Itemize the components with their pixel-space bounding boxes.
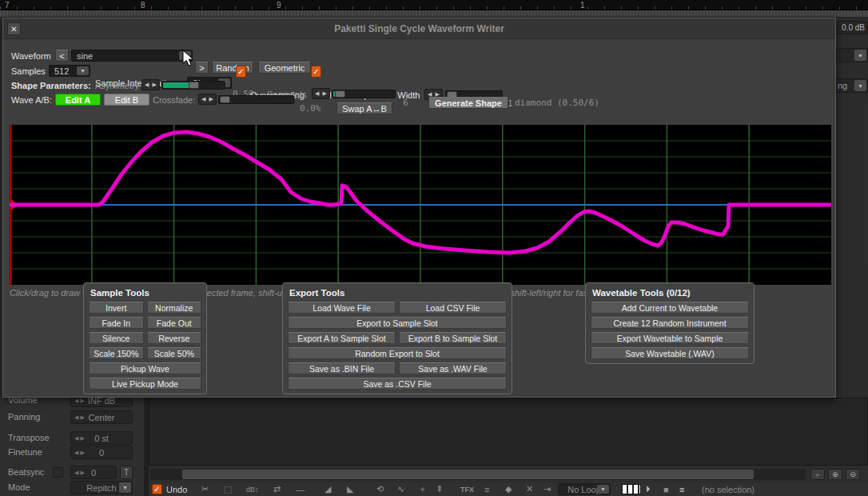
draw-line-icon[interactable]: — [296, 482, 305, 496]
export-b-to-sample-slot-button[interactable]: Export B to Sample Slot [399, 332, 507, 344]
edit-a-button[interactable]: Edit A [55, 94, 101, 106]
sample-toolbar: ✓ Undo ✂ ⬚ dB↕ ⇄ — ◢ ◣ ⟲ ∿ ＋ ⇞ TFX ≡ ◆ ✕… [149, 482, 868, 496]
crop-icon[interactable]: ⬚ [224, 482, 232, 496]
finetune-field[interactable]: ◀▶ 0 [70, 446, 133, 459]
background-dropdown-clipped[interactable]: ng ▼ [834, 78, 868, 93]
scale-50-button[interactable]: Scale 50% [147, 347, 202, 359]
panning-field[interactable]: ◀▶ Center [70, 410, 133, 424]
dialog-titlebar[interactable]: ✕ Paketti Single Cycle Waveform Writer [3, 18, 835, 39]
swap-channels-icon[interactable]: ⇄ [273, 482, 281, 496]
reverse-button[interactable]: Reverse [147, 332, 202, 344]
fade-out-button[interactable]: Fade Out [147, 317, 202, 329]
cut-icon[interactable]: ✂ [201, 482, 209, 496]
load-wave-file-button[interactable]: Load Wave File [288, 302, 396, 314]
undo-label[interactable]: Undo [166, 482, 187, 496]
resize-icon[interactable]: ⇞ [436, 482, 443, 496]
asymmetry-slider[interactable] [161, 81, 225, 90]
beatsync-field[interactable]: ◀▶ 0 [70, 466, 117, 479]
edit-b-button[interactable]: Edit B [104, 94, 149, 106]
add-current-to-wavetable-button[interactable]: Add Current to Wavetable [591, 302, 749, 314]
waveform-prev-button[interactable]: < [55, 50, 69, 62]
save-csv-file-button[interactable]: Save as .CSV File [288, 378, 507, 390]
stop-icon[interactable]: ■ [663, 482, 669, 496]
stepper-right-icon[interactable]: ▶ [209, 96, 213, 102]
save-bin-file-button[interactable]: Save as .BIN File [288, 362, 396, 374]
transpose-field[interactable]: ◀▶ 0 st [70, 431, 133, 445]
fade-in-icon[interactable]: ◢ [325, 482, 331, 496]
volume-db-field[interactable]: 0.0 dB [836, 21, 868, 34]
chevron-down-icon[interactable]: ▼ [597, 485, 609, 494]
oversampling-checkbox[interactable]: ✓ [236, 66, 246, 78]
export-loop-icon[interactable]: ⇥ [543, 482, 551, 496]
selection-status: (no selection) [702, 482, 755, 496]
stepper-left-icon[interactable]: ◀ [201, 96, 205, 102]
stepper-right-icon[interactable]: ▶ [152, 82, 156, 88]
zoom-in-icon[interactable]: ⊕ [828, 469, 842, 480]
samples-select[interactable]: 512 ▼ [49, 65, 90, 77]
pattern-ruler[interactable]: 7 8 9 1 [0, 0, 868, 10]
loop-mode-dropdown[interactable]: No Loop ▼ [558, 483, 611, 495]
shape-parameters-row: Shape Parameters: Asymmetry ◀ ▶ 0.50 Seg… [3, 79, 835, 92]
play-icon[interactable]: ⏵ [646, 482, 651, 496]
waveform-display[interactable] [10, 125, 831, 285]
horizontal-scrollbar[interactable] [150, 469, 806, 480]
random-export-to-slot-button[interactable]: Random Export to Slot [288, 347, 507, 359]
right-edge-strip [863, 104, 868, 264]
finetune-label: Finetune [8, 447, 42, 457]
slider-handle[interactable] [189, 82, 199, 89]
invert-button[interactable]: Invert [89, 302, 144, 314]
silence-button[interactable]: Silence [89, 332, 144, 344]
live-pickup-mode-button[interactable]: Live Pickup Mode [89, 378, 201, 390]
insert-icon[interactable]: ＋ [418, 482, 427, 496]
mode-dropdown[interactable]: Repitch ▼ [70, 481, 133, 494]
create-12-random-instrument-button[interactable]: Create 12 Random Instrument [591, 317, 749, 329]
fade-in-button[interactable]: Fade In [89, 317, 144, 329]
pickup-wave-button[interactable]: Pickup Wave [89, 362, 201, 374]
stepper-arrows-icon[interactable]: ◀▶ [74, 470, 86, 476]
scrollbar-thumb[interactable] [182, 470, 754, 479]
beatsync-checkbox[interactable] [53, 467, 63, 478]
chevron-down-icon[interactable]: ▼ [179, 51, 191, 60]
beatsync-t-button[interactable]: T [120, 466, 133, 479]
slider-handle[interactable] [220, 96, 230, 103]
crossfade-stepper[interactable]: ◀ ▶ [198, 94, 217, 105]
list-icon[interactable]: ≡ [484, 482, 489, 496]
waveform-select[interactable]: sine ▼ [71, 50, 193, 62]
fade-out-icon[interactable]: ◣ [347, 482, 353, 496]
asymmetry-stepper[interactable]: ◀ ▶ [141, 79, 160, 90]
stepper-arrows-icon[interactable]: ◀▶ [74, 450, 86, 456]
speaker-icon[interactable]: ◆ [505, 482, 512, 496]
adjust-db-icon[interactable]: dB↕ [246, 482, 259, 496]
chevron-down-icon[interactable]: ▼ [854, 80, 866, 91]
waveform-canvas[interactable] [10, 125, 831, 285]
undo-checkbox[interactable]: ✓ [152, 484, 162, 494]
export-wavetable-to-sample-button[interactable]: Export Wavetable to Sample [591, 332, 749, 344]
chevron-down-icon[interactable]: ▼ [119, 482, 131, 493]
clear-icon[interactable]: ✕ [526, 482, 533, 496]
tfx-button[interactable]: TFX [460, 482, 474, 496]
magnify-icon[interactable]: ⌕ [810, 469, 825, 480]
scale-150-button[interactable]: Scale 150% [89, 347, 144, 359]
crossfade-slider[interactable] [218, 95, 294, 104]
save-wav-file-button[interactable]: Save as .WAV File [399, 362, 507, 374]
stepper-arrows-icon[interactable]: ◀▶ [74, 435, 86, 442]
piano-keys-icon[interactable] [622, 484, 641, 494]
swap-ab-button[interactable]: Swap A↔B [336, 102, 392, 114]
export-a-to-sample-slot-button[interactable]: Export A to Sample Slot [288, 332, 396, 344]
loop-icon[interactable]: ⟲ [376, 482, 384, 496]
menu-icon[interactable]: ≡ [679, 482, 684, 496]
background-dropdown[interactable]: ▼ [836, 48, 868, 62]
stepper-left-icon[interactable]: ◀ [145, 82, 149, 88]
zoom-out-icon[interactable]: ⊖ [846, 469, 860, 480]
stepper-arrows-icon[interactable]: ◀▶ [74, 414, 86, 421]
load-csv-file-button[interactable]: Load CSV File [399, 302, 507, 314]
chevron-down-icon[interactable]: ▼ [77, 66, 89, 75]
ruler-ticks [0, 6, 868, 10]
interpolate-icon[interactable]: ∿ [397, 482, 404, 496]
hide-hex-checkbox[interactable]: ✓ [311, 66, 321, 78]
chevron-down-icon[interactable]: ▼ [854, 50, 866, 61]
save-wavetable-wav-button[interactable]: Save Wavetable (.WAV) [591, 347, 749, 359]
export-to-sample-slot-button[interactable]: Export to Sample Slot [288, 317, 507, 329]
normalize-button[interactable]: Normalize [147, 302, 202, 314]
stepper-arrows-icon[interactable]: ◀▶ [74, 398, 86, 404]
